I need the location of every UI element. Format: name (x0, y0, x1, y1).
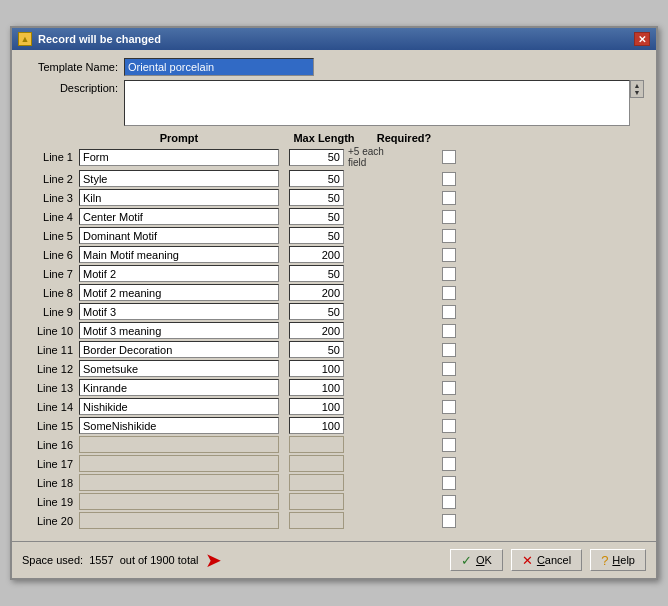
prompt-input-1[interactable] (79, 149, 279, 166)
maxlen-input-10[interactable] (289, 322, 344, 339)
maxlen-input-18[interactable] (289, 474, 344, 491)
table-row: Line 14 (24, 398, 644, 415)
table-row: Line 19 (24, 493, 644, 510)
space-used-area: Space used: 1557 out of 1900 total ➤ (22, 548, 222, 572)
prompt-input-17[interactable] (79, 455, 279, 472)
prompt-input-2[interactable] (79, 170, 279, 187)
description-textarea[interactable] (124, 80, 630, 126)
prompt-input-13[interactable] (79, 379, 279, 396)
space-used-value: 1557 (89, 554, 113, 566)
arrow-icon: ➤ (205, 548, 222, 572)
maxlen-input-1[interactable] (289, 149, 344, 166)
required-cb-17[interactable] (442, 457, 456, 471)
prompt-input-16[interactable] (79, 436, 279, 453)
status-bar: Space used: 1557 out of 1900 total ➤ ✓ O… (12, 541, 656, 578)
maxlen-input-20[interactable] (289, 512, 344, 529)
required-cb-1[interactable] (442, 150, 456, 164)
maxlen-input-16[interactable] (289, 436, 344, 453)
maxlen-input-8[interactable] (289, 284, 344, 301)
required-cb-5[interactable] (442, 229, 456, 243)
table-row: Line 9 (24, 303, 644, 320)
required-cb-8[interactable] (442, 286, 456, 300)
help-button[interactable]: ? Help (590, 549, 646, 571)
prompt-input-14[interactable] (79, 398, 279, 415)
required-cb-20[interactable] (442, 514, 456, 528)
prompt-input-20[interactable] (79, 512, 279, 529)
space-total-label: out of 1900 total (120, 554, 199, 566)
prompt-input-9[interactable] (79, 303, 279, 320)
maxlen-input-13[interactable] (289, 379, 344, 396)
line-label-6: Line 6 (24, 249, 79, 261)
dialog-body: Template Name: Description: ▲ ▼ Prompt M… (12, 50, 656, 541)
line-label-13: Line 13 (24, 382, 79, 394)
prompt-input-19[interactable] (79, 493, 279, 510)
maxlen-input-14[interactable] (289, 398, 344, 415)
table-row: Line 20 (24, 512, 644, 529)
description-row: Description: ▲ ▼ (24, 80, 644, 126)
maxlen-input-3[interactable] (289, 189, 344, 206)
line-label-20: Line 20 (24, 515, 79, 527)
maxlen-input-17[interactable] (289, 455, 344, 472)
col-maxlen-header: Max Length (279, 132, 369, 144)
required-cb-6[interactable] (442, 248, 456, 262)
ok-label: OK (476, 554, 492, 566)
prompt-input-18[interactable] (79, 474, 279, 491)
maxlen-input-4[interactable] (289, 208, 344, 225)
required-cb-11[interactable] (442, 343, 456, 357)
required-cb-7[interactable] (442, 267, 456, 281)
cancel-label: Cancel (537, 554, 571, 566)
table-row: Line 11 (24, 341, 644, 358)
prompt-input-8[interactable] (79, 284, 279, 301)
close-button[interactable]: ✕ (634, 32, 650, 46)
prompt-input-6[interactable] (79, 246, 279, 263)
lines-container: Line 1+5 each fieldLine 2Line 3Line 4Lin… (24, 146, 644, 529)
required-cb-19[interactable] (442, 495, 456, 509)
required-cb-13[interactable] (442, 381, 456, 395)
desc-scrollbar: ▲ ▼ (630, 80, 644, 98)
table-row: Line 8 (24, 284, 644, 301)
maxlen-input-9[interactable] (289, 303, 344, 320)
required-cb-12[interactable] (442, 362, 456, 376)
template-name-label: Template Name: (24, 61, 124, 73)
prompt-input-12[interactable] (79, 360, 279, 377)
maxlen-input-7[interactable] (289, 265, 344, 282)
required-cb-15[interactable] (442, 419, 456, 433)
table-row: Line 7 (24, 265, 644, 282)
required-cb-3[interactable] (442, 191, 456, 205)
required-cb-10[interactable] (442, 324, 456, 338)
required-cb-2[interactable] (442, 172, 456, 186)
table-row: Line 6 (24, 246, 644, 263)
maxlen-input-2[interactable] (289, 170, 344, 187)
prompt-input-5[interactable] (79, 227, 279, 244)
required-cb-14[interactable] (442, 400, 456, 414)
prompt-input-10[interactable] (79, 322, 279, 339)
table-row: Line 16 (24, 436, 644, 453)
line-label-5: Line 5 (24, 230, 79, 242)
table-row: Line 18 (24, 474, 644, 491)
maxlen-input-12[interactable] (289, 360, 344, 377)
maxlen-input-6[interactable] (289, 246, 344, 263)
ok-button[interactable]: ✓ OK (450, 549, 503, 571)
line-label-14: Line 14 (24, 401, 79, 413)
prompt-input-4[interactable] (79, 208, 279, 225)
required-cb-4[interactable] (442, 210, 456, 224)
required-cb-16[interactable] (442, 438, 456, 452)
bottom-buttons: ✓ OK ✕ Cancel ? Help (450, 549, 646, 571)
line-label-19: Line 19 (24, 496, 79, 508)
maxlen-input-11[interactable] (289, 341, 344, 358)
table-row: Line 1+5 each field (24, 146, 644, 168)
maxlen-input-19[interactable] (289, 493, 344, 510)
prompt-input-11[interactable] (79, 341, 279, 358)
maxlen-input-15[interactable] (289, 417, 344, 434)
prompt-input-3[interactable] (79, 189, 279, 206)
required-cb-18[interactable] (442, 476, 456, 490)
maxlen-input-5[interactable] (289, 227, 344, 244)
question-icon: ? (601, 553, 608, 568)
description-label: Description: (24, 80, 124, 94)
cancel-button[interactable]: ✕ Cancel (511, 549, 582, 571)
line-label-10: Line 10 (24, 325, 79, 337)
required-cb-9[interactable] (442, 305, 456, 319)
prompt-input-7[interactable] (79, 265, 279, 282)
template-name-input[interactable] (124, 58, 314, 76)
prompt-input-15[interactable] (79, 417, 279, 434)
